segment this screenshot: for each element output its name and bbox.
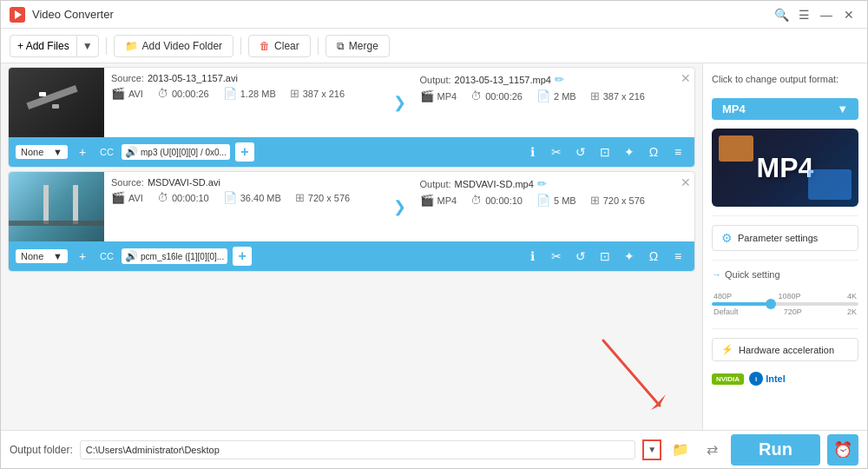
add-video-folder-label: Add Video Folder	[142, 40, 223, 52]
subtitle-track-btn-2[interactable]: ≡	[668, 247, 687, 266]
res-icon-1: ⊞	[290, 87, 299, 100]
size-icon-2: 📄	[223, 191, 237, 204]
format-icon-2: 🎬	[111, 191, 125, 204]
divider-1	[712, 215, 858, 216]
output-format-val-1: MP4	[437, 91, 457, 102]
close-btn[interactable]: ✕	[839, 5, 858, 24]
add-files-button[interactable]: + Add Files	[10, 35, 76, 57]
quality-labels-bot: Default 720P 2K	[712, 307, 858, 316]
out-format-icon-1: 🎬	[420, 89, 434, 102]
out-size-icon-1: 📄	[536, 89, 550, 102]
mp4-overlay-2	[808, 169, 852, 200]
subtitle-btn-1[interactable]: CC	[97, 142, 116, 162]
subtitle-btn-2[interactable]: CC	[97, 247, 116, 266]
crop-btn-2[interactable]: ⊡	[595, 247, 615, 266]
output-size-val-1: 2 MB	[554, 91, 576, 102]
add-video-folder-button[interactable]: 📁 Add Video Folder	[114, 35, 234, 57]
out-duration-icon-2: ⏱	[470, 194, 482, 207]
quality-slider-thumb[interactable]	[766, 299, 776, 309]
quick-setting-label: → Quick setting	[712, 269, 858, 280]
effect-btn-2[interactable]: ✦	[620, 247, 639, 266]
none-label-text-1: None	[21, 147, 43, 157]
edit-output-1[interactable]: ✏	[555, 73, 564, 86]
mp4-overlay-1	[719, 135, 753, 162]
nvidia-logo: NVIDIA	[712, 373, 744, 385]
run-button[interactable]: Run	[731, 434, 820, 466]
output-row-1: Output: 2013-05-13_1157.mp4 ✏	[420, 73, 688, 86]
watermark-btn-2[interactable]: Ω	[644, 247, 663, 266]
output-filename-2: MSDVAVI-SD.mp4	[455, 179, 534, 189]
source-res-val-1: 387 x 216	[303, 89, 345, 99]
car1-shape	[39, 92, 46, 96]
format-preview-text: MP4	[757, 152, 814, 184]
cut-btn-1[interactable]: ✂	[547, 142, 566, 162]
search-btn[interactable]: 🔍	[772, 5, 791, 24]
output-label-1: Output:	[420, 75, 451, 85]
source-filename-1: 2013-05-13_1157.avi	[148, 73, 238, 83]
close-file-1[interactable]: ✕	[681, 71, 691, 85]
output-res-1: ⊞ 387 x 216	[590, 89, 645, 102]
alarm-button[interactable]: ⏰	[827, 434, 858, 466]
add-track-btn-2[interactable]: +	[73, 247, 92, 266]
none-select-1[interactable]: None ▼	[16, 145, 68, 159]
quality-slider-wrap: 480P 1080P 4K Default 720P 2K	[712, 288, 858, 320]
add-files-dropdown-arrow[interactable]: ▼	[76, 35, 99, 57]
edit-output-2[interactable]: ✏	[537, 177, 547, 190]
format-select-button[interactable]: MP4 ▼	[712, 98, 858, 120]
source-format-2: 🎬 AVI	[111, 191, 143, 204]
minimize-btn[interactable]: —	[817, 5, 836, 24]
close-file-2[interactable]: ✕	[681, 175, 691, 189]
audio-select-1[interactable]: 🔊 mp3 (U[0][0][0] / 0x0...	[122, 144, 230, 160]
rotate-btn-2[interactable]: ↺	[571, 247, 590, 266]
none-label-text-2: None	[21, 251, 43, 261]
file-output-info-1: Output: 2013-05-13_1157.mp4 ✏ 🎬 MP4	[413, 68, 695, 137]
browse-folder-button[interactable]: 📁	[668, 438, 693, 462]
source-label-1: Source:	[111, 73, 144, 83]
crop-btn-1[interactable]: ⊡	[595, 142, 615, 162]
audio-select-2[interactable]: 🔊 pcm_s16le ([1][0][0]...	[122, 248, 227, 264]
folder-icon: 📁	[125, 40, 138, 52]
rotate-btn-1[interactable]: ↺	[571, 142, 590, 162]
file-item-2-header: Source: MSDVAVI-SD.avi 🎬 AVI ⏱	[9, 172, 694, 241]
menu-btn[interactable]: ☰	[794, 5, 813, 24]
duration-icon-1: ⏱	[157, 87, 168, 100]
effect-btn-1[interactable]: ✦	[620, 142, 639, 162]
divider-3	[712, 328, 858, 329]
source-res-2: ⊞ 720 x 576	[295, 191, 350, 204]
path-dropdown-button[interactable]: ▼	[642, 439, 661, 460]
clear-button[interactable]: 🗑 Clear	[248, 35, 311, 57]
label-4k: 4K	[847, 292, 857, 301]
merge-button[interactable]: ⧉ Merge	[326, 35, 390, 57]
info-btn-1[interactable]: ℹ	[523, 142, 542, 162]
arrow-divider-1: ❯	[386, 68, 413, 137]
subtitle-track-btn-1[interactable]: ≡	[668, 142, 687, 162]
none-select-2[interactable]: None ▼	[16, 249, 68, 263]
watermark-btn-1[interactable]: Ω	[644, 142, 663, 162]
info-btn-2[interactable]: ℹ	[523, 247, 542, 266]
source-label-2: Source:	[111, 177, 144, 188]
output-path-input[interactable]	[80, 440, 635, 459]
source-filename-2: MSDVAVI-SD.avi	[148, 177, 220, 188]
merge-icon: ⧉	[337, 40, 345, 52]
run-label: Run	[759, 439, 792, 459]
source-size-2: 📄 36.40 MB	[223, 191, 281, 204]
bridge-tower-left	[43, 185, 49, 224]
output-folder-label: Output folder:	[10, 444, 73, 456]
sync-button[interactable]: ⇄	[700, 438, 724, 462]
divider-2	[712, 260, 858, 261]
add-audio-btn-2[interactable]: +	[233, 247, 252, 266]
format-preview: MP4	[712, 129, 858, 207]
parameter-settings-button[interactable]: ⚙ Parameter settings	[712, 225, 858, 251]
quality-slider[interactable]	[712, 302, 858, 306]
hw-accel-icon: ⚡	[721, 344, 733, 355]
file-toolbar-1: None ▼ + CC 🔊 mp3 (U[0][0][0] / 0x0... +…	[9, 137, 694, 167]
hardware-acceleration-button[interactable]: ⚡ Hardware acceleration	[712, 338, 858, 361]
add-audio-btn-1[interactable]: +	[235, 142, 254, 162]
label-default: Default	[713, 307, 739, 316]
source-format-1: 🎬 AVI	[111, 87, 143, 100]
output-meta-2: 🎬 MP4 ⏱ 00:00:10 📄 5 MB	[420, 194, 688, 207]
app-title: Video Converter	[32, 8, 772, 21]
cut-btn-2[interactable]: ✂	[547, 247, 566, 266]
output-res-val-1: 387 x 216	[603, 91, 645, 102]
add-track-btn-1[interactable]: +	[73, 142, 92, 162]
